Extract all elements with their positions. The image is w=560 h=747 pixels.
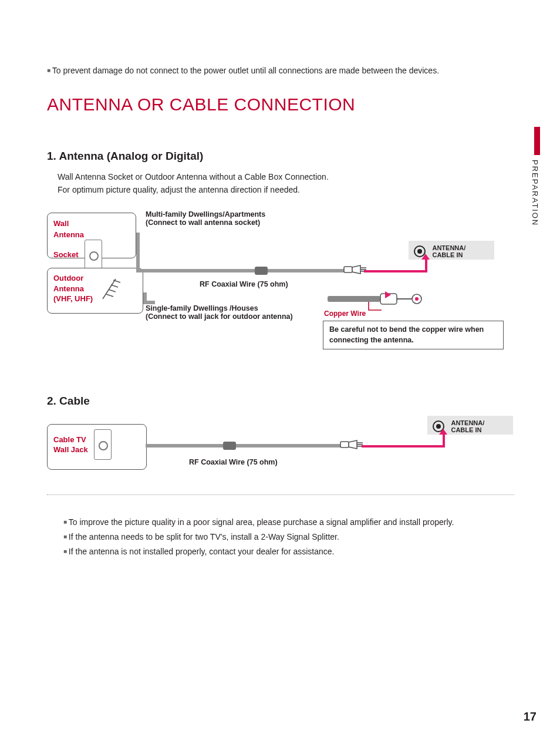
- multi-family-label: Multi-family Dwellings/Apartments (Conne…: [146, 210, 265, 227]
- svg-rect-16: [340, 442, 349, 447]
- cable-port-label: ANTENNA/ CABLE IN: [451, 419, 484, 433]
- section-1-para-2: For optimum picture quality, adjust the …: [58, 184, 514, 197]
- single-family-label: Single-family Dwellings /Houses (Connect…: [146, 304, 293, 321]
- note-3: If the antenna is not installed properly…: [63, 546, 514, 558]
- top-warning: To prevent damage do not connect to the …: [47, 65, 514, 77]
- section-tab-marker: [534, 127, 540, 155]
- rf-coax-label: RF Coaxial Wire (75 ohm): [200, 280, 288, 288]
- coax-horiz-icon: [146, 444, 349, 447]
- svg-rect-5: [344, 267, 352, 272]
- wall-socket-label: Wall Antenna Socket: [53, 219, 84, 259]
- connector-icon: [339, 437, 365, 452]
- coax-vert-icon: [136, 233, 140, 272]
- note-1: To improve the picture quality in a poor…: [63, 516, 514, 529]
- cable-jack-label: Cable TV Wall Jack: [53, 435, 88, 455]
- ferrule-icon: [255, 267, 268, 275]
- section-tab-label: PREPARATION: [531, 160, 539, 226]
- signal-line-icon: [364, 270, 427, 272]
- note-2: If the antenna needs to be split for two…: [63, 531, 514, 543]
- svg-point-10: [417, 249, 422, 254]
- connector-icon: [343, 262, 369, 277]
- signal-line-icon: [362, 445, 445, 447]
- svg-point-15: [415, 297, 419, 301]
- separator: [47, 494, 514, 495]
- coax-stub2-icon: [143, 301, 155, 304]
- page-title: ANTENNA OR CABLE CONNECTION: [47, 95, 514, 115]
- signal-line-v-icon: [425, 258, 427, 272]
- signal-line-v-icon: [443, 433, 445, 447]
- arrow-up-icon: [439, 429, 447, 435]
- leader-line-icon: [367, 301, 383, 314]
- cable-jack-box: Cable TV Wall Jack: [47, 424, 147, 470]
- page-number: 17: [524, 710, 537, 724]
- svg-line-3: [111, 285, 118, 287]
- wall-plate-icon: [85, 240, 102, 270]
- copper-wire-label: Copper Wire: [324, 309, 366, 318]
- antenna-diagram: Wall Antenna Socket Outdoor Antenna (VHF…: [47, 213, 514, 359]
- svg-line-0: [103, 279, 116, 299]
- antenna-icon: [98, 274, 123, 304]
- manual-page: PREPARATION To prevent damage do not con…: [0, 0, 560, 747]
- antenna-port-label: ANTENNA/ CABLE IN: [432, 244, 465, 258]
- outdoor-antenna-box: Outdoor Antenna (VHF, UHF): [47, 268, 143, 314]
- wall-plate-icon: [94, 429, 112, 460]
- coax-horiz-icon: [136, 269, 353, 272]
- svg-line-1: [106, 294, 113, 297]
- svg-point-21: [436, 424, 441, 429]
- section-1-para-1: Wall Antenna Socket or Outdoor Antenna w…: [58, 171, 514, 184]
- section-2-heading: 2. Cable: [47, 395, 514, 408]
- wall-socket-box: Wall Antenna Socket: [47, 213, 136, 258]
- rf-coax-label-2: RF Coaxial Wire (75 ohm): [189, 458, 278, 466]
- bend-warning-box: Be careful not to bend the copper wire w…: [323, 321, 504, 349]
- arrow-up-icon: [421, 254, 430, 260]
- section-tab: PREPARATION: [531, 127, 544, 223]
- svg-line-2: [109, 290, 116, 292]
- section-1-heading: 1. Antenna (Analog or Digital): [47, 150, 514, 163]
- arrow-right-icon: [385, 291, 391, 298]
- outdoor-antenna-label: Outdoor Antenna (VHF, UHF): [53, 273, 93, 304]
- page-content: To prevent damage do not connect to the …: [47, 65, 514, 560]
- cable-diagram: Cable TV Wall Jack RF Coaxial Wire (75 o…: [47, 424, 514, 494]
- footnotes: To improve the picture quality in a poor…: [63, 516, 514, 558]
- ferrule-icon: [223, 442, 236, 450]
